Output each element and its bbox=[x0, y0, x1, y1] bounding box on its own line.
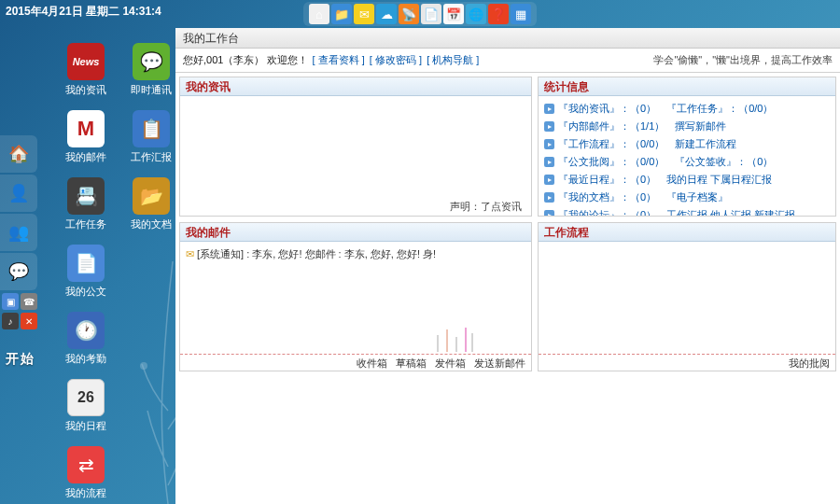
stat-link-a[interactable]: 『公文批阅』：（0/0） bbox=[558, 155, 665, 169]
mail-icon[interactable]: ✉ bbox=[354, 4, 374, 24]
workflow-panel: 工作流程 我的批阅 bbox=[538, 222, 836, 371]
desktop-icon-glyph: 📂 bbox=[133, 177, 170, 215]
stat-link-a[interactable]: 『我的资讯』：（0） bbox=[558, 102, 656, 116]
stat-link-b[interactable]: 我的日程 下属日程汇报 bbox=[666, 173, 772, 187]
compose-link[interactable]: 发送新邮件 bbox=[474, 357, 525, 369]
stat-link-b[interactable]: 『电子档案』 bbox=[666, 190, 728, 204]
stat-link-b[interactable]: 『公文签收』：（0） bbox=[675, 155, 773, 169]
desktop-icon-label: 我的日程 bbox=[62, 419, 110, 433]
home-icon[interactable]: ⌂ bbox=[309, 4, 329, 24]
desktop-icon-label: 即时通讯 bbox=[127, 83, 175, 97]
desktop-icon-glyph: 🕐 bbox=[67, 312, 105, 349]
stat-link-a[interactable]: 『我的文档』：（0） bbox=[558, 190, 656, 204]
my-approval-link[interactable]: 我的批阅 bbox=[789, 357, 830, 369]
desktop-icon-label: 我的邮件 bbox=[62, 150, 110, 164]
news-panel-header: 我的资讯 bbox=[180, 77, 531, 96]
stat-link-b[interactable]: 撰写新邮件 bbox=[675, 119, 726, 133]
desktop-icon-3[interactable]: 📋工作汇报 bbox=[127, 110, 175, 164]
stat-line: ▸『公文批阅』：（0/0） 『公文签收』：（0） bbox=[544, 153, 830, 171]
start-button[interactable]: 开始 bbox=[6, 351, 35, 368]
dock-chat-icon[interactable]: 💬 bbox=[0, 253, 37, 290]
rss-icon[interactable]: 📡 bbox=[399, 4, 419, 24]
stat-link-a[interactable]: 『最近日程』：（0） bbox=[558, 173, 656, 187]
desktop-icon-glyph: News bbox=[67, 43, 105, 80]
view-profile-link[interactable]: [ 查看资料 ] bbox=[313, 54, 365, 65]
desktop-icon-glyph: 📄 bbox=[67, 245, 105, 282]
desktop-icon-label: 我的文档 bbox=[127, 217, 175, 231]
stats-panel-header: 统计信息 bbox=[539, 77, 835, 96]
desktop-icon-label: 我的考勤 bbox=[62, 352, 110, 366]
desktop-icons: News我的资讯💬即时通讯M我的邮件📋工作汇报📇工作任务📂我的文档📄我的公文🕐我… bbox=[62, 43, 175, 500]
stat-link-b[interactable]: 『工作任务』：（0/0） bbox=[666, 102, 773, 116]
stat-link-b[interactable]: 工作汇报 他人汇报 新建汇报 bbox=[666, 208, 795, 217]
stats-panel: 统计信息 ▸『我的资讯』：（0） 『工作任务』：（0/0）▸『内部邮件』：（1/… bbox=[538, 77, 836, 217]
stat-line: ▸『工作流程』：（0/0） 新建工作流程 bbox=[544, 135, 830, 153]
mail-panel: 我的邮件 ✉[系统通知] : 李东, 您好! 您邮件 : 李东, 您好, 您好!… bbox=[179, 222, 532, 371]
globe-icon[interactable]: 🌐 bbox=[466, 4, 486, 24]
dock-small-1[interactable]: ▣ bbox=[2, 293, 19, 310]
grid-icon[interactable]: ▦ bbox=[511, 4, 531, 24]
help-icon[interactable]: ❓ bbox=[488, 4, 509, 24]
calendar-icon[interactable]: 📅 bbox=[443, 4, 464, 24]
greeting-motto: 学会"偷懒"，"懒"出境界，提高工作效率 bbox=[653, 53, 833, 67]
desktop-icon-8[interactable]: 🕐我的考勤 bbox=[62, 312, 110, 366]
stat-link-a[interactable]: 『工作流程』：（0/0） bbox=[558, 137, 665, 151]
dock-home-icon[interactable]: 🏠 bbox=[0, 135, 37, 173]
desktop-icon-glyph: 📇 bbox=[67, 177, 105, 215]
desktop-icon-label: 我的资讯 bbox=[62, 83, 110, 97]
sent-link[interactable]: 发件箱 bbox=[435, 357, 466, 369]
drafts-link[interactable]: 草稿箱 bbox=[396, 357, 427, 369]
desktop-icon-label: 工作任务 bbox=[62, 217, 110, 231]
desktop-icon-glyph: M bbox=[67, 110, 105, 147]
greeting-bar: 您好,001（李东） 欢迎您！ [ 查看资料 ] [ 修改密码 ] [ 机构导航… bbox=[175, 49, 840, 73]
desktop-icon-glyph: ⇄ bbox=[67, 446, 105, 483]
desktop-icon-glyph: 💬 bbox=[133, 43, 170, 80]
desktop-icon-5[interactable]: 📂我的文档 bbox=[127, 177, 175, 231]
stats-body: ▸『我的资讯』：（0） 『工作任务』：（0/0）▸『内部邮件』：（1/1） 撰写… bbox=[539, 96, 835, 217]
datetime-display: 2015年4月21日 星期二 14:31:4 bbox=[6, 4, 161, 20]
stat-link-b[interactable]: 新建工作流程 bbox=[675, 137, 736, 151]
stat-line: ▸『我的文档』：（0） 『电子档案』 bbox=[544, 189, 830, 206]
desktop-icon-10[interactable]: 26我的日程 bbox=[62, 379, 110, 433]
folder-icon[interactable]: 📁 bbox=[331, 4, 352, 24]
news-panel: 我的资讯 声明：了点资讯 bbox=[179, 77, 532, 217]
desktop-icon-6[interactable]: 📄我的公文 bbox=[62, 245, 110, 299]
stat-link-a[interactable]: 『我的论坛』：（0） bbox=[558, 208, 656, 217]
note-icon[interactable]: 📄 bbox=[421, 4, 441, 24]
desktop-icon-2[interactable]: M我的邮件 bbox=[62, 110, 110, 164]
stat-line: ▸『最近日程』：（0） 我的日程 下属日程汇报 bbox=[544, 171, 830, 189]
desktop-icon-1[interactable]: 💬即时通讯 bbox=[127, 43, 175, 97]
mail-body: ✉[系统通知] : 李东, 您好! 您邮件 : 李东, 您好, 您好! 身! bbox=[180, 242, 531, 354]
desktop-icon-4[interactable]: 📇工作任务 bbox=[62, 177, 110, 231]
dock-small-3[interactable]: ♪ bbox=[2, 313, 19, 329]
left-dock: 🏠 👤 👥 💬 ▣ ☎ ♪ ✕ bbox=[0, 135, 39, 329]
org-nav-link[interactable]: [ 机构导航 ] bbox=[427, 54, 479, 65]
workbench-window: 我的工作台 您好,001（李东） 欢迎您！ [ 查看资料 ] [ 修改密码 ] … bbox=[175, 28, 840, 504]
inbox-link[interactable]: 收件箱 bbox=[357, 357, 387, 369]
dock-small-2[interactable]: ☎ bbox=[21, 293, 37, 310]
cloud-icon[interactable]: ☁ bbox=[376, 4, 397, 24]
stat-line: ▸『我的论坛』：（0） 工作汇报 他人汇报 新建汇报 bbox=[544, 206, 830, 217]
dock-group-icon[interactable]: 👥 bbox=[0, 214, 37, 251]
stat-line: ▸『我的资讯』：（0） 『工作任务』：（0/0） bbox=[544, 100, 830, 118]
desktop-icon-0[interactable]: News我的资讯 bbox=[62, 43, 110, 97]
stat-link-a[interactable]: 『内部邮件』：（1/1） bbox=[558, 119, 665, 133]
desktop-icon-label: 我的流程 bbox=[62, 486, 110, 500]
greeting-text: 您好,001（李东） 欢迎您！ bbox=[183, 54, 308, 65]
mail-item[interactable]: ✉[系统通知] : 李东, 您好! 您邮件 : 李东, 您好, 您好! 身! bbox=[186, 245, 525, 263]
desktop-icon-label: 我的公文 bbox=[62, 285, 110, 299]
top-toolbar: ⌂ 📁 ✉ ☁ 📡 📄 📅 🌐 ❓ ▦ bbox=[303, 2, 537, 26]
desktop-icon-glyph: 📋 bbox=[133, 110, 170, 147]
news-footnote: 声明：了点资讯 bbox=[450, 200, 522, 214]
workflow-panel-header: 工作流程 bbox=[539, 223, 835, 242]
workbench-title: 我的工作台 bbox=[175, 28, 840, 49]
dock-user-icon[interactable]: 👤 bbox=[0, 175, 37, 212]
change-password-link[interactable]: [ 修改密码 ] bbox=[370, 54, 422, 65]
desktop-icon-12[interactable]: ⇄我的流程 bbox=[62, 446, 110, 500]
dock-small-4[interactable]: ✕ bbox=[21, 313, 37, 329]
desktop-icon-label: 工作汇报 bbox=[127, 150, 175, 164]
mail-panel-header: 我的邮件 bbox=[180, 223, 531, 242]
desktop-icon-glyph: 26 bbox=[67, 379, 105, 416]
stat-line: ▸『内部邮件』：（1/1） 撰写新邮件 bbox=[544, 118, 830, 135]
